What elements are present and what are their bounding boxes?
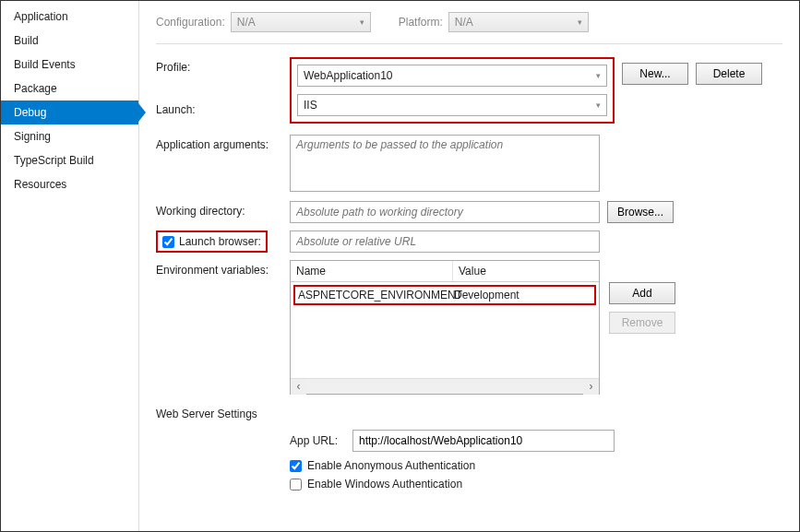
chevron-down-icon: ▾ — [596, 100, 601, 110]
configuration-value: N/A — [237, 16, 256, 29]
platform-label: Platform: — [399, 16, 443, 29]
working-dir-label: Working directory: — [156, 201, 290, 218]
delete-profile-button[interactable]: Delete — [696, 63, 762, 85]
chevron-down-icon: ▾ — [596, 71, 601, 80]
working-dir-input[interactable] — [290, 201, 600, 223]
app-url-label: App URL: — [290, 434, 345, 447]
launch-browser-checkbox[interactable] — [162, 236, 174, 248]
launch-label: Launch: — [156, 100, 290, 116]
app-args-label: Application arguments: — [156, 135, 290, 151]
sidebar-item-resources[interactable]: Resources — [1, 172, 138, 196]
sidebar-item-application[interactable]: Application — [1, 5, 138, 29]
enable-windows-auth-label: Enable Windows Authentication — [307, 478, 462, 491]
chevron-down-icon: ▾ — [360, 18, 364, 27]
horizontal-scrollbar[interactable]: ‹ › — [291, 378, 599, 394]
profile-launch-highlight: WebApplication10 ▾ IIS ▾ — [290, 57, 615, 124]
profile-value: WebApplication10 — [304, 69, 393, 82]
scroll-right-arrow-icon[interactable]: › — [583, 379, 599, 395]
sidebar-item-package[interactable]: Package — [1, 77, 138, 100]
configuration-combo: N/A ▾ — [231, 12, 371, 32]
remove-env-button: Remove — [609, 312, 675, 334]
platform-combo: N/A ▾ — [448, 12, 589, 32]
launch-combo[interactable]: IIS ▾ — [297, 94, 607, 116]
sidebar-item-build-events[interactable]: Build Events — [1, 53, 138, 77]
app-url-input[interactable] — [352, 430, 615, 452]
enable-anonymous-auth-label: Enable Anonymous Authentication — [307, 459, 475, 472]
browse-button[interactable]: Browse... — [607, 201, 674, 223]
chevron-down-icon: ▾ — [578, 18, 582, 27]
sidebar-item-signing[interactable]: Signing — [1, 124, 138, 148]
config-platform-bar: Configuration: N/A ▾ Platform: N/A ▾ — [156, 12, 782, 32]
platform-value: N/A — [455, 16, 473, 29]
main-panel: Configuration: N/A ▾ Platform: N/A ▾ Pro… — [139, 1, 799, 531]
profile-combo[interactable]: WebApplication10 ▾ — [297, 65, 607, 87]
configuration-label: Configuration: — [156, 16, 225, 29]
launch-browser-label: Launch browser: — [179, 235, 261, 248]
env-col-value-header[interactable]: Value — [453, 261, 599, 281]
profile-label: Profile: — [156, 57, 290, 74]
sidebar-item-debug[interactable]: Debug — [1, 100, 138, 124]
sidebar-item-typescript-build[interactable]: TypeScript Build — [1, 148, 138, 172]
sidebar-item-build[interactable]: Build — [1, 29, 138, 53]
env-row-name[interactable]: ASPNETCORE_ENVIRONMENT — [298, 289, 454, 301]
launch-browser-highlight: Launch browser: — [156, 231, 268, 253]
enable-windows-auth-checkbox[interactable] — [290, 479, 302, 491]
env-vars-grid[interactable]: Name Value ASPNETCORE_ENVIRONMENT Develo… — [290, 260, 600, 395]
app-args-textarea[interactable] — [290, 135, 600, 192]
scroll-left-arrow-icon[interactable]: ‹ — [291, 379, 306, 395]
separator — [156, 43, 782, 44]
env-row-value[interactable]: Development — [454, 289, 591, 301]
enable-anonymous-auth-checkbox[interactable] — [290, 460, 302, 472]
env-col-name-header[interactable]: Name — [291, 261, 453, 281]
env-vars-label: Environment variables: — [156, 260, 290, 277]
launch-value: IIS — [304, 99, 317, 112]
sidebar: Application Build Build Events Package D… — [1, 1, 139, 531]
web-server-settings-title: Web Server Settings — [156, 408, 782, 420]
new-profile-button[interactable]: New... — [622, 63, 688, 85]
add-env-button[interactable]: Add — [609, 282, 675, 304]
launch-browser-url-input[interactable] — [290, 231, 600, 253]
env-row-highlight: ASPNETCORE_ENVIRONMENT Development — [293, 285, 596, 305]
